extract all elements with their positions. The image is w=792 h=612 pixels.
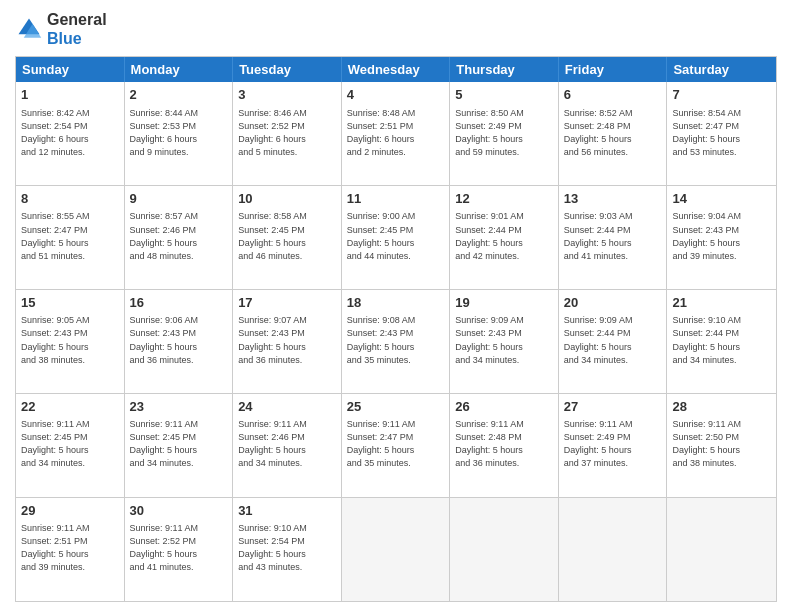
day-info: Sunrise: 9:11 AMSunset: 2:48 PMDaylight:… [455,418,553,470]
calendar-cell: 10Sunrise: 8:58 AMSunset: 2:45 PMDayligh… [233,186,342,289]
day-header-monday: Monday [125,57,234,82]
day-number: 14 [672,190,771,208]
day-info: Sunrise: 9:11 AMSunset: 2:45 PMDaylight:… [21,418,119,470]
day-number: 12 [455,190,553,208]
day-info: Sunrise: 9:08 AMSunset: 2:43 PMDaylight:… [347,314,445,366]
day-header-sunday: Sunday [16,57,125,82]
day-number: 5 [455,86,553,104]
day-number: 30 [130,502,228,520]
calendar: SundayMondayTuesdayWednesdayThursdayFrid… [15,56,777,602]
calendar-week-1: 1Sunrise: 8:42 AMSunset: 2:54 PMDaylight… [16,82,776,185]
calendar-cell: 4Sunrise: 8:48 AMSunset: 2:51 PMDaylight… [342,82,451,185]
calendar-cell: 30Sunrise: 9:11 AMSunset: 2:52 PMDayligh… [125,498,234,601]
calendar-cell: 15Sunrise: 9:05 AMSunset: 2:43 PMDayligh… [16,290,125,393]
day-number: 26 [455,398,553,416]
calendar-cell: 29Sunrise: 9:11 AMSunset: 2:51 PMDayligh… [16,498,125,601]
day-header-saturday: Saturday [667,57,776,82]
day-number: 9 [130,190,228,208]
day-info: Sunrise: 9:11 AMSunset: 2:49 PMDaylight:… [564,418,662,470]
calendar-cell [667,498,776,601]
calendar-cell: 7Sunrise: 8:54 AMSunset: 2:47 PMDaylight… [667,82,776,185]
day-info: Sunrise: 8:46 AMSunset: 2:52 PMDaylight:… [238,107,336,159]
day-number: 27 [564,398,662,416]
calendar-cell: 18Sunrise: 9:08 AMSunset: 2:43 PMDayligh… [342,290,451,393]
calendar-cell: 11Sunrise: 9:00 AMSunset: 2:45 PMDayligh… [342,186,451,289]
day-number: 2 [130,86,228,104]
calendar-cell: 1Sunrise: 8:42 AMSunset: 2:54 PMDaylight… [16,82,125,185]
logo: General Blue [15,10,107,48]
day-number: 18 [347,294,445,312]
day-info: Sunrise: 8:55 AMSunset: 2:47 PMDaylight:… [21,210,119,262]
day-number: 3 [238,86,336,104]
day-info: Sunrise: 8:48 AMSunset: 2:51 PMDaylight:… [347,107,445,159]
calendar-cell: 19Sunrise: 9:09 AMSunset: 2:43 PMDayligh… [450,290,559,393]
day-number: 28 [672,398,771,416]
day-header-thursday: Thursday [450,57,559,82]
calendar-cell: 24Sunrise: 9:11 AMSunset: 2:46 PMDayligh… [233,394,342,497]
day-info: Sunrise: 8:54 AMSunset: 2:47 PMDaylight:… [672,107,771,159]
day-number: 29 [21,502,119,520]
calendar-cell: 6Sunrise: 8:52 AMSunset: 2:48 PMDaylight… [559,82,668,185]
day-number: 11 [347,190,445,208]
day-info: Sunrise: 9:09 AMSunset: 2:43 PMDaylight:… [455,314,553,366]
day-number: 15 [21,294,119,312]
day-info: Sunrise: 9:11 AMSunset: 2:46 PMDaylight:… [238,418,336,470]
day-number: 25 [347,398,445,416]
day-number: 23 [130,398,228,416]
day-number: 4 [347,86,445,104]
calendar-cell: 23Sunrise: 9:11 AMSunset: 2:45 PMDayligh… [125,394,234,497]
day-info: Sunrise: 8:42 AMSunset: 2:54 PMDaylight:… [21,107,119,159]
day-info: Sunrise: 9:05 AMSunset: 2:43 PMDaylight:… [21,314,119,366]
calendar-body: 1Sunrise: 8:42 AMSunset: 2:54 PMDaylight… [16,82,776,601]
logo-icon [15,15,43,43]
calendar-cell: 17Sunrise: 9:07 AMSunset: 2:43 PMDayligh… [233,290,342,393]
calendar-week-2: 8Sunrise: 8:55 AMSunset: 2:47 PMDaylight… [16,185,776,289]
calendar-week-5: 29Sunrise: 9:11 AMSunset: 2:51 PMDayligh… [16,497,776,601]
day-number: 6 [564,86,662,104]
calendar-cell: 14Sunrise: 9:04 AMSunset: 2:43 PMDayligh… [667,186,776,289]
day-number: 13 [564,190,662,208]
day-header-wednesday: Wednesday [342,57,451,82]
day-info: Sunrise: 8:50 AMSunset: 2:49 PMDaylight:… [455,107,553,159]
header: General Blue [15,10,777,48]
day-number: 31 [238,502,336,520]
day-number: 21 [672,294,771,312]
day-info: Sunrise: 8:44 AMSunset: 2:53 PMDaylight:… [130,107,228,159]
day-info: Sunrise: 9:09 AMSunset: 2:44 PMDaylight:… [564,314,662,366]
day-number: 20 [564,294,662,312]
day-info: Sunrise: 9:11 AMSunset: 2:47 PMDaylight:… [347,418,445,470]
calendar-cell: 8Sunrise: 8:55 AMSunset: 2:47 PMDaylight… [16,186,125,289]
day-info: Sunrise: 9:04 AMSunset: 2:43 PMDaylight:… [672,210,771,262]
calendar-week-3: 15Sunrise: 9:05 AMSunset: 2:43 PMDayligh… [16,289,776,393]
day-number: 24 [238,398,336,416]
calendar-cell: 9Sunrise: 8:57 AMSunset: 2:46 PMDaylight… [125,186,234,289]
day-number: 7 [672,86,771,104]
logo-text: General Blue [47,10,107,48]
calendar-cell: 13Sunrise: 9:03 AMSunset: 2:44 PMDayligh… [559,186,668,289]
calendar-cell: 22Sunrise: 9:11 AMSunset: 2:45 PMDayligh… [16,394,125,497]
day-info: Sunrise: 9:07 AMSunset: 2:43 PMDaylight:… [238,314,336,366]
day-info: Sunrise: 9:11 AMSunset: 2:50 PMDaylight:… [672,418,771,470]
day-info: Sunrise: 9:10 AMSunset: 2:54 PMDaylight:… [238,522,336,574]
day-number: 1 [21,86,119,104]
day-header-tuesday: Tuesday [233,57,342,82]
day-info: Sunrise: 8:57 AMSunset: 2:46 PMDaylight:… [130,210,228,262]
day-number: 16 [130,294,228,312]
calendar-cell [342,498,451,601]
calendar-header: SundayMondayTuesdayWednesdayThursdayFrid… [16,57,776,82]
calendar-cell: 20Sunrise: 9:09 AMSunset: 2:44 PMDayligh… [559,290,668,393]
calendar-cell [450,498,559,601]
day-number: 19 [455,294,553,312]
day-info: Sunrise: 9:00 AMSunset: 2:45 PMDaylight:… [347,210,445,262]
calendar-cell: 21Sunrise: 9:10 AMSunset: 2:44 PMDayligh… [667,290,776,393]
calendar-week-4: 22Sunrise: 9:11 AMSunset: 2:45 PMDayligh… [16,393,776,497]
day-header-friday: Friday [559,57,668,82]
day-number: 17 [238,294,336,312]
calendar-cell: 5Sunrise: 8:50 AMSunset: 2:49 PMDaylight… [450,82,559,185]
day-number: 22 [21,398,119,416]
day-info: Sunrise: 9:10 AMSunset: 2:44 PMDaylight:… [672,314,771,366]
calendar-cell: 12Sunrise: 9:01 AMSunset: 2:44 PMDayligh… [450,186,559,289]
calendar-cell [559,498,668,601]
calendar-cell: 28Sunrise: 9:11 AMSunset: 2:50 PMDayligh… [667,394,776,497]
day-number: 8 [21,190,119,208]
